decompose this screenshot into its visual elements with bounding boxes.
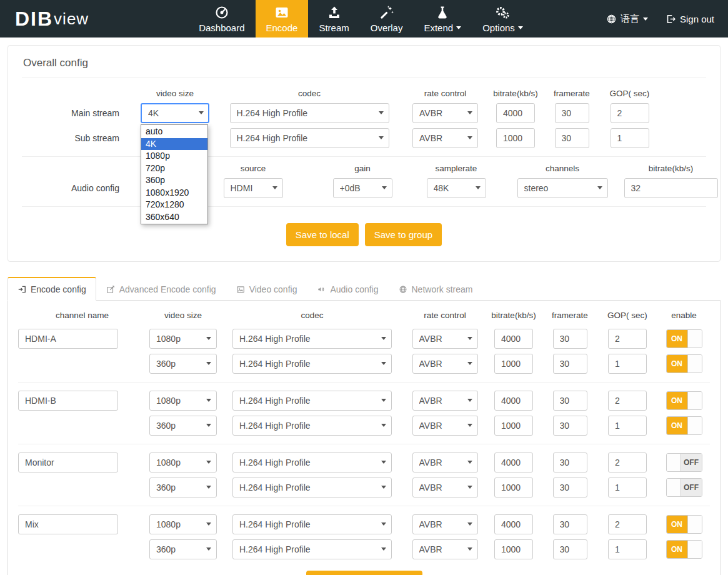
channel-name-input[interactable] [18,329,118,349]
dropdown-option[interactable]: 1080p [141,150,207,162]
enable-toggle[interactable]: ON [666,391,702,410]
enable-toggle[interactable]: ON [666,540,702,559]
sub-codec-select[interactable]: H.264 High Profile [230,128,389,148]
rate-control-select[interactable]: AVBR [412,329,478,349]
gop-input[interactable] [608,478,647,498]
enable-toggle[interactable]: ON [666,515,702,534]
framerate-input[interactable] [553,329,587,349]
main-gop-input[interactable] [611,103,649,123]
main-rate-control-select[interactable]: AVBR [412,103,478,123]
video-size-select[interactable]: 1080p [149,391,217,411]
framerate-input[interactable] [553,514,587,534]
main-codec-select[interactable]: H.264 High Profile [230,103,389,123]
tab-video-config[interactable]: Video config [226,277,307,301]
codec-select[interactable]: H.264 High Profile [232,514,392,534]
nav-item-overlay[interactable]: Overlay [360,0,414,38]
audio-channels-select[interactable]: stereo [517,178,608,198]
enable-toggle[interactable]: ON [666,416,702,435]
tab-audio-config[interactable]: Audio config [307,277,388,301]
channel-name-input[interactable] [18,391,118,411]
rate-control-select[interactable]: AVBR [412,514,478,534]
channel-name-input[interactable] [18,514,118,534]
bitrate-input[interactable] [494,514,533,534]
video-size-select[interactable]: 1080p [149,514,217,534]
codec-select[interactable]: H.264 High Profile [232,452,392,472]
framerate-input[interactable] [553,416,587,436]
dropdown-option[interactable]: auto [141,126,207,138]
rate-control-select[interactable]: AVBR [412,478,478,498]
gop-input[interactable] [608,416,647,436]
codec-select[interactable]: H.264 High Profile [232,329,392,349]
gop-input[interactable] [608,329,647,349]
language-menu[interactable]: 语言 [606,13,648,25]
video-size-select[interactable]: 1080p [149,329,217,349]
tab-encode-config[interactable]: Encode config [7,277,96,301]
framerate-input[interactable] [553,354,587,374]
save-button[interactable]: Save [306,571,422,575]
nav-item-stream[interactable]: Stream [308,0,359,38]
gop-input[interactable] [608,514,647,534]
tab-advanced-encode-config[interactable]: Advanced Encode config [96,277,226,301]
dropdown-option[interactable]: 720p [141,162,207,175]
sub-gop-input[interactable] [611,128,649,148]
gop-input[interactable] [608,391,647,411]
channel-name-input[interactable] [18,452,118,472]
brand-logo[interactable]: DIB view [0,0,104,38]
codec-select[interactable]: H.264 High Profile [232,416,392,436]
enable-toggle[interactable]: ON [666,329,702,348]
rate-control-select[interactable]: AVBR [412,391,478,411]
audio-bitrate-input[interactable] [624,178,718,198]
framerate-input[interactable] [553,478,587,498]
enable-toggle[interactable]: OFF [666,453,702,472]
gop-input[interactable] [608,354,647,374]
framerate-input[interactable] [553,452,587,472]
sign-out-button[interactable]: Sign out [666,14,714,24]
video-size-select[interactable]: 360p [149,539,217,559]
sub-framerate-input[interactable] [555,128,589,148]
audio-source-select[interactable]: HDMI [224,178,283,198]
framerate-input[interactable] [553,539,587,559]
codec-select[interactable]: H.264 High Profile [232,539,392,559]
video-size-select[interactable]: 360p [149,478,217,498]
bitrate-input[interactable] [494,329,533,349]
bitrate-input[interactable] [494,391,533,411]
gop-input[interactable] [608,452,647,472]
bitrate-input[interactable] [494,452,533,472]
main-bitrate-input[interactable] [496,103,535,123]
bitrate-input[interactable] [494,416,533,436]
audio-samplerate-select[interactable]: 48K [427,178,486,198]
rate-control-select[interactable]: AVBR [412,354,478,374]
enable-toggle[interactable]: OFF [666,478,702,497]
nav-item-encode[interactable]: Encode [256,0,309,38]
framerate-input[interactable] [553,391,587,411]
rate-control-select[interactable]: AVBR [412,416,478,436]
save-to-group-button[interactable]: Save to group [365,223,442,246]
codec-select[interactable]: H.264 High Profile [232,391,392,411]
video-size-select[interactable]: 360p [149,354,217,374]
tab-network-stream[interactable]: Network stream [389,277,483,301]
gop-input[interactable] [608,539,647,559]
dropdown-option[interactable]: 1080x1920 [141,187,207,199]
nav-item-dashboard[interactable]: Dashboard [188,0,255,38]
main-video-size-select[interactable]: 4K auto 4K 1080p 720p 360p 1080x1920 720… [141,103,209,123]
nav-item-extend[interactable]: Extend [413,0,472,38]
codec-select[interactable]: H.264 High Profile [232,478,392,498]
dropdown-option[interactable]: 360p [141,174,207,187]
codec-select[interactable]: H.264 High Profile [232,354,392,374]
video-size-select[interactable]: 1080p [149,452,217,472]
audio-gain-select[interactable]: +0dB [333,178,392,198]
sub-rate-control-select[interactable]: AVBR [412,128,478,148]
save-to-local-button[interactable]: Save to local [286,223,359,246]
nav-item-options[interactable]: Options [472,0,534,38]
bitrate-input[interactable] [494,478,533,498]
bitrate-input[interactable] [494,539,533,559]
bitrate-input[interactable] [494,354,533,374]
main-framerate-input[interactable] [555,103,589,123]
sub-bitrate-input[interactable] [496,128,535,148]
dropdown-option-selected[interactable]: 4K [141,138,207,151]
dropdown-option[interactable]: 360x640 [141,211,207,224]
dropdown-option[interactable]: 720x1280 [141,199,207,211]
rate-control-select[interactable]: AVBR [412,539,478,559]
rate-control-select[interactable]: AVBR [412,452,478,472]
enable-toggle[interactable]: ON [666,354,702,373]
